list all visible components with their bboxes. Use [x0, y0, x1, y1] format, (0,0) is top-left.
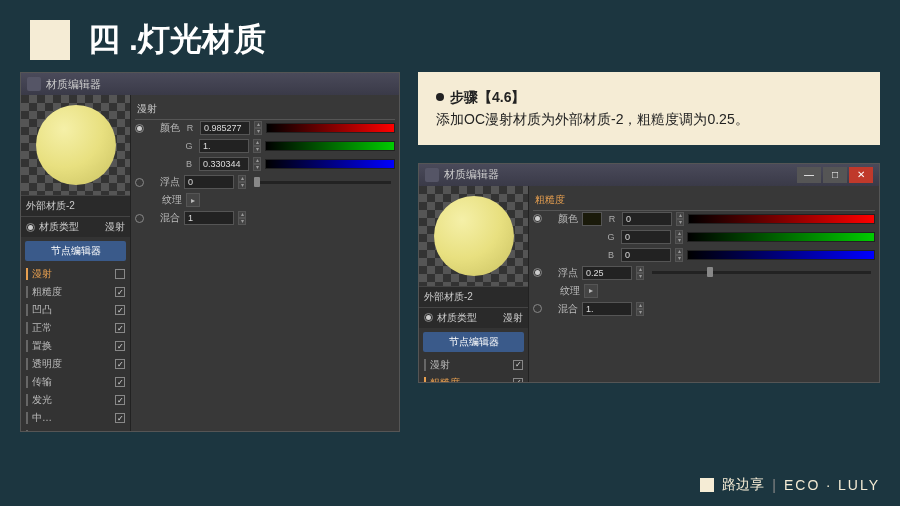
maximize-button[interactable]: □: [823, 167, 847, 183]
bullet-icon: [436, 93, 444, 101]
mix-input[interactable]: [184, 211, 234, 225]
float-slider[interactable]: [254, 181, 391, 184]
checkbox-icon[interactable]: ✓: [115, 395, 125, 405]
header-square: [30, 20, 70, 60]
titlebar[interactable]: 材质编辑器 — □ ✕: [419, 164, 879, 186]
r-input[interactable]: [622, 212, 672, 226]
checkbox-icon[interactable]: ✓: [115, 341, 125, 351]
app-icon: [27, 77, 41, 91]
r-input[interactable]: [200, 121, 250, 135]
r-label: R: [184, 123, 196, 133]
radio-icon[interactable]: [533, 304, 542, 313]
instruction-text: 添加OC漫射材质为外部材质-2，粗糙度调为0.25。: [436, 108, 862, 130]
prop-label: 透明度: [32, 357, 62, 371]
window-title: 材质编辑器: [444, 167, 499, 182]
material-name-field[interactable]: 外部材质-2: [21, 195, 130, 216]
spin-up[interactable]: ▴: [254, 121, 262, 128]
radio-icon: [26, 223, 35, 232]
radio-icon[interactable]: [135, 124, 144, 133]
r-slider[interactable]: [266, 123, 395, 133]
g-input[interactable]: [621, 230, 671, 244]
texture-picker[interactable]: ▸: [186, 193, 200, 207]
float-input[interactable]: [184, 175, 234, 189]
preview-sphere: [434, 196, 514, 276]
checkbox-icon[interactable]: ✓: [115, 287, 125, 297]
checkbox-icon[interactable]: ✓: [513, 360, 523, 370]
property-row[interactable]: 发光✓: [21, 391, 130, 409]
b-label: B: [183, 159, 195, 169]
prop-label: 传输: [32, 375, 52, 389]
footer-square-icon: [700, 478, 714, 492]
checkbox-icon[interactable]: ✓: [115, 305, 125, 315]
texture-picker[interactable]: ▸: [584, 284, 598, 298]
g-slider[interactable]: [265, 141, 395, 151]
property-row[interactable]: 粗糙度✓: [21, 283, 130, 301]
titlebar[interactable]: 材质编辑器: [21, 73, 399, 95]
brand-1: 路边享: [722, 476, 764, 494]
prop-label: 粗糙度: [32, 285, 62, 299]
prop-label: 公用: [32, 429, 52, 431]
color-label: 颜色: [546, 212, 578, 226]
b-slider[interactable]: [265, 159, 395, 169]
property-row[interactable]: 透明度✓: [21, 355, 130, 373]
checkbox-icon[interactable]: [115, 269, 125, 279]
material-editor-1: 材质编辑器 外部材质-2 材质类型 漫射 节点编辑器 漫射粗糙度✓凹凸✓正常✓置…: [20, 72, 400, 432]
prop-label: 中…: [32, 411, 52, 425]
b-input[interactable]: [621, 248, 671, 262]
r-slider[interactable]: [688, 214, 875, 224]
property-row[interactable]: 凹凸✓: [21, 301, 130, 319]
material-editor-2: 材质编辑器 — □ ✕ 外部材质-2 材质类型 漫射 节点编辑器: [418, 163, 880, 383]
material-preview[interactable]: [21, 95, 130, 195]
material-type-row[interactable]: 材质类型 漫射: [419, 307, 528, 328]
g-slider[interactable]: [687, 232, 875, 242]
property-row[interactable]: 正常✓: [21, 319, 130, 337]
property-row[interactable]: 置换✓: [21, 337, 130, 355]
property-row[interactable]: 漫射✓: [419, 356, 528, 374]
mix-input[interactable]: [582, 302, 632, 316]
texture-label: 纹理: [548, 284, 580, 298]
node-editor-button[interactable]: 节点编辑器: [25, 241, 126, 261]
prop-label: 凹凸: [32, 303, 52, 317]
prop-label: 漫射: [430, 358, 450, 372]
radio-icon[interactable]: [533, 214, 542, 223]
prop-label: 正常: [32, 321, 52, 335]
b-slider[interactable]: [687, 250, 875, 260]
mix-label: 混合: [546, 302, 578, 316]
radio-icon[interactable]: [533, 268, 542, 277]
step-label: 步骤【4.6】: [450, 86, 525, 108]
page-title: 四 .灯光材质: [88, 18, 266, 62]
spin-down[interactable]: ▾: [254, 128, 262, 135]
checkbox-icon[interactable]: ✓: [513, 378, 523, 382]
close-button[interactable]: ✕: [849, 167, 873, 183]
property-row[interactable]: 公用✓: [21, 427, 130, 431]
float-label: 浮点: [148, 175, 180, 189]
material-preview[interactable]: [419, 186, 528, 286]
checkbox-icon[interactable]: ✓: [115, 323, 125, 333]
property-row[interactable]: 中…✓: [21, 409, 130, 427]
b-input[interactable]: [199, 157, 249, 171]
node-editor-button[interactable]: 节点编辑器: [423, 332, 524, 352]
instruction-box: 步骤【4.6】 添加OC漫射材质为外部材质-2，粗糙度调为0.25。: [418, 72, 880, 145]
prop-label: 发光: [32, 393, 52, 407]
checkbox-icon[interactable]: ✓: [115, 377, 125, 387]
prop-label: 粗糙度: [430, 376, 460, 382]
property-row[interactable]: 漫射: [21, 265, 130, 283]
g-label: G: [183, 141, 195, 151]
property-row[interactable]: 粗糙度✓: [419, 374, 528, 382]
float-slider[interactable]: [652, 271, 871, 274]
radio-icon[interactable]: [135, 178, 144, 187]
checkbox-icon[interactable]: ✓: [115, 359, 125, 369]
radio-icon[interactable]: [135, 214, 144, 223]
texture-label: 纹理: [150, 193, 182, 207]
material-name-field[interactable]: 外部材质-2: [419, 286, 528, 307]
color-swatch[interactable]: [582, 212, 602, 226]
minimize-button[interactable]: —: [797, 167, 821, 183]
checkbox-icon[interactable]: ✓: [115, 413, 125, 423]
preview-sphere: [36, 105, 116, 185]
float-input[interactable]: [582, 266, 632, 280]
float-label: 浮点: [546, 266, 578, 280]
material-type-row[interactable]: 材质类型 漫射: [21, 216, 130, 237]
footer: 路边享 | ECO · LULY: [700, 476, 880, 494]
property-row[interactable]: 传输✓: [21, 373, 130, 391]
g-input[interactable]: [199, 139, 249, 153]
